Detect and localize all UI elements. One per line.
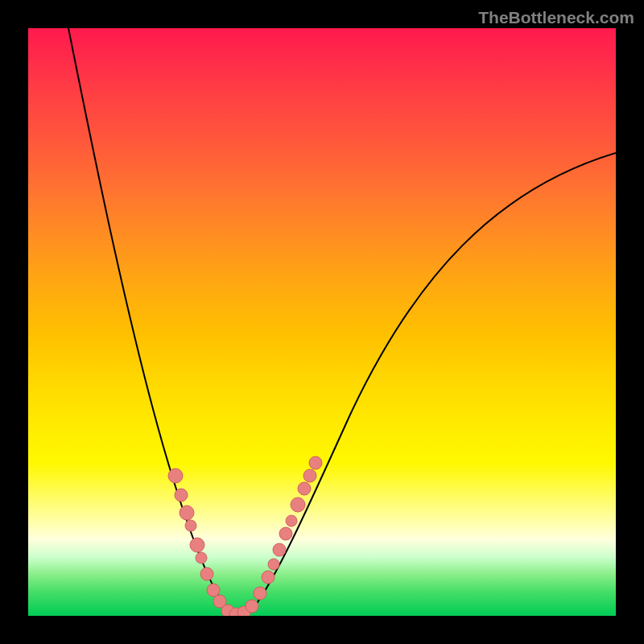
data-point <box>298 482 311 495</box>
left-curve <box>68 28 233 614</box>
data-point <box>200 568 213 580</box>
data-point <box>309 456 322 469</box>
data-point <box>207 584 220 597</box>
data-point <box>196 552 207 564</box>
curve-group <box>68 28 616 614</box>
watermark-text: TheBottleneck.com <box>478 8 634 27</box>
data-point <box>279 527 292 540</box>
data-point <box>303 469 316 482</box>
data-point <box>168 469 183 483</box>
data-point <box>185 520 196 531</box>
right-curve <box>242 153 616 614</box>
data-point <box>190 538 204 552</box>
data-point <box>286 515 297 526</box>
data-point <box>291 497 305 512</box>
data-point <box>254 587 266 600</box>
data-point <box>268 559 279 570</box>
chart-svg <box>28 28 616 616</box>
data-point <box>262 571 275 584</box>
data-point <box>246 600 258 613</box>
scatter-points-group <box>168 456 322 616</box>
data-point <box>175 489 188 502</box>
data-point <box>180 506 194 520</box>
data-point <box>273 543 286 556</box>
